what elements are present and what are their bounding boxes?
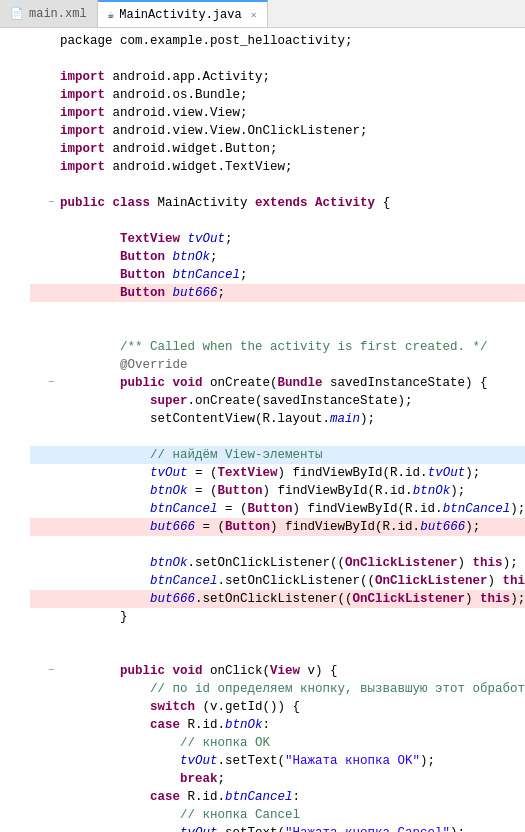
code-line: break; bbox=[30, 770, 525, 788]
code-line: /** Called when the activity is first cr… bbox=[30, 338, 525, 356]
code-line: @Override bbox=[30, 356, 525, 374]
code-line: TextView tvOut; bbox=[30, 230, 525, 248]
line-code: public void onClick(View v) { bbox=[30, 662, 525, 680]
line-code: Button but666; bbox=[30, 284, 525, 302]
line-code: switch (v.getId()) { bbox=[30, 698, 525, 716]
code-area[interactable]: package com.example.post_helloactivity;i… bbox=[0, 28, 525, 832]
code-line: import android.view.View; bbox=[30, 104, 525, 122]
line-code: // по id определяем кнопку, вызвавшую эт… bbox=[30, 680, 525, 698]
line-code: but666.setOnClickListener((OnClickListen… bbox=[30, 590, 525, 608]
line-code: btnOk = (Button) findViewById(R.id.btnOk… bbox=[30, 482, 525, 500]
line-code: tvOut = (TextView) findViewById(R.id.tvO… bbox=[30, 464, 525, 482]
code-line: tvOut.setText("Нажата кнопка Cancel"); bbox=[30, 824, 525, 832]
line-code: public class MainActivity extends Activi… bbox=[30, 194, 525, 212]
code-line: −public class MainActivity extends Activ… bbox=[30, 194, 525, 212]
line-code: import android.app.Activity; bbox=[30, 68, 525, 86]
tab-mainactivity-java-label: MainActivity.java bbox=[119, 8, 241, 22]
line-code: setContentView(R.layout.main); bbox=[30, 410, 525, 428]
code-line: Button btnOk; bbox=[30, 248, 525, 266]
code-content: package com.example.post_helloactivity;i… bbox=[0, 28, 525, 832]
line-code: Button btnOk; bbox=[30, 248, 525, 266]
fold-minus-icon[interactable]: − bbox=[44, 194, 58, 212]
fold-minus-icon[interactable]: − bbox=[44, 662, 58, 680]
line-code: btnOk.setOnClickListener((OnClickListene… bbox=[30, 554, 525, 572]
code-line: Button btnCancel; bbox=[30, 266, 525, 284]
code-line bbox=[30, 176, 525, 194]
code-line bbox=[30, 302, 525, 320]
tab-mainactivity-java[interactable]: ☕ MainActivity.java ✕ bbox=[98, 0, 268, 27]
line-code: @Override bbox=[30, 356, 525, 374]
code-line bbox=[30, 320, 525, 338]
code-line: tvOut.setText("Нажата кнопка OK"); bbox=[30, 752, 525, 770]
code-line: // по id определяем кнопку, вызвавшую эт… bbox=[30, 680, 525, 698]
line-code: btnCancel.setOnClickListener((OnClickLis… bbox=[30, 572, 525, 590]
line-code: break; bbox=[30, 770, 525, 788]
code-line: tvOut = (TextView) findViewById(R.id.tvO… bbox=[30, 464, 525, 482]
code-line: btnCancel.setOnClickListener((OnClickLis… bbox=[30, 572, 525, 590]
line-code: // кнопка OK bbox=[30, 734, 525, 752]
line-code: public void onCreate(Bundle savedInstanc… bbox=[30, 374, 525, 392]
code-line: package com.example.post_helloactivity; bbox=[30, 32, 525, 50]
line-code: // найдём View-элементы bbox=[30, 446, 525, 464]
code-line: } bbox=[30, 608, 525, 626]
java-file-icon: ☕ bbox=[108, 8, 115, 21]
line-code: TextView tvOut; bbox=[30, 230, 525, 248]
code-line: but666 = (Button) findViewById(R.id.but6… bbox=[30, 518, 525, 536]
line-code: } bbox=[30, 608, 525, 626]
code-line bbox=[30, 428, 525, 446]
code-line: import android.widget.Button; bbox=[30, 140, 525, 158]
line-code: case R.id.btnCancel: bbox=[30, 788, 525, 806]
line-code: tvOut.setText("Нажата кнопка OK"); bbox=[30, 752, 525, 770]
tab-bar: 📄 main.xml ☕ MainActivity.java ✕ bbox=[0, 0, 525, 28]
xml-file-icon: 📄 bbox=[10, 7, 24, 20]
tab-close-icon[interactable]: ✕ bbox=[251, 9, 257, 21]
code-line: − public void onClick(View v) { bbox=[30, 662, 525, 680]
code-line: btnOk = (Button) findViewById(R.id.btnOk… bbox=[30, 482, 525, 500]
code-line: // найдём View-элементы bbox=[30, 446, 525, 464]
code-line bbox=[30, 644, 525, 662]
code-line: import android.widget.TextView; bbox=[30, 158, 525, 176]
code-line: super.onCreate(savedInstanceState); bbox=[30, 392, 525, 410]
line-code: but666 = (Button) findViewById(R.id.but6… bbox=[30, 518, 525, 536]
code-line: but666.setOnClickListener((OnClickListen… bbox=[30, 590, 525, 608]
code-line bbox=[30, 50, 525, 68]
code-line: import android.os.Bundle; bbox=[30, 86, 525, 104]
code-line: case R.id.btnOk: bbox=[30, 716, 525, 734]
code-line: btnOk.setOnClickListener((OnClickListene… bbox=[30, 554, 525, 572]
code-line: case R.id.btnCancel: bbox=[30, 788, 525, 806]
code-line: switch (v.getId()) { bbox=[30, 698, 525, 716]
tab-main-xml[interactable]: 📄 main.xml bbox=[0, 0, 98, 27]
tab-main-xml-label: main.xml bbox=[29, 7, 87, 21]
line-code: Button btnCancel; bbox=[30, 266, 525, 284]
code-line: // кнопка OK bbox=[30, 734, 525, 752]
line-code: import android.view.View; bbox=[30, 104, 525, 122]
line-code: super.onCreate(savedInstanceState); bbox=[30, 392, 525, 410]
line-code: package com.example.post_helloactivity; bbox=[30, 32, 525, 50]
line-code: case R.id.btnOk: bbox=[30, 716, 525, 734]
line-code: /** Called when the activity is first cr… bbox=[30, 338, 525, 356]
editor-container: 📄 main.xml ☕ MainActivity.java ✕ package… bbox=[0, 0, 525, 832]
line-code: import android.widget.Button; bbox=[30, 140, 525, 158]
code-line bbox=[30, 626, 525, 644]
code-line: Button but666; bbox=[30, 284, 525, 302]
code-line: // кнопка Cancel bbox=[30, 806, 525, 824]
line-code: import android.os.Bundle; bbox=[30, 86, 525, 104]
code-line: − public void onCreate(Bundle savedInsta… bbox=[30, 374, 525, 392]
code-line: btnCancel = (Button) findViewById(R.id.b… bbox=[30, 500, 525, 518]
code-line: import android.view.View.OnClickListener… bbox=[30, 122, 525, 140]
line-code: tvOut.setText("Нажата кнопка Cancel"); bbox=[30, 824, 525, 832]
line-code: import android.view.View.OnClickListener… bbox=[30, 122, 525, 140]
code-line: setContentView(R.layout.main); bbox=[30, 410, 525, 428]
fold-minus-icon[interactable]: − bbox=[44, 374, 58, 392]
code-line bbox=[30, 536, 525, 554]
code-line bbox=[30, 212, 525, 230]
line-code: // кнопка Cancel bbox=[30, 806, 525, 824]
line-code: btnCancel = (Button) findViewById(R.id.b… bbox=[30, 500, 525, 518]
code-line: import android.app.Activity; bbox=[30, 68, 525, 86]
line-code: import android.widget.TextView; bbox=[30, 158, 525, 176]
